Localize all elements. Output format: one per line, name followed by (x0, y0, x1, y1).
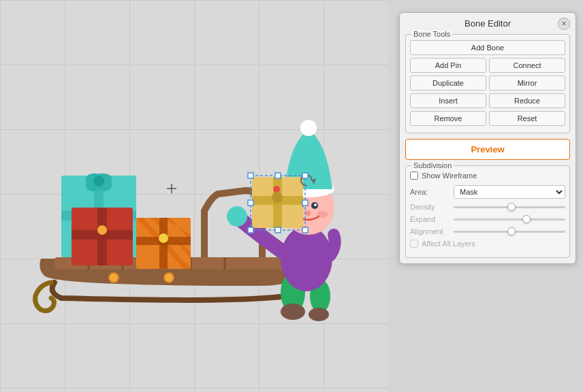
svg-point-22 (159, 233, 168, 243)
duplicate-button[interactable]: Duplicate (410, 76, 486, 91)
alignment-label: Alignment (410, 227, 451, 235)
svg-rect-46 (248, 173, 253, 178)
alignment-thumb[interactable] (507, 227, 516, 235)
area-control: Mask (454, 185, 565, 199)
svg-point-28 (281, 226, 332, 291)
alignment-row: Alignment (410, 227, 565, 235)
svg-rect-49 (248, 200, 253, 206)
area-label: Area: (410, 188, 451, 196)
affect-all-layers-label: Affect All Layers (422, 240, 475, 248)
expand-thumb[interactable] (522, 215, 531, 223)
density-thumb[interactable] (507, 203, 516, 211)
svg-point-29 (227, 206, 247, 227)
remove-reset-row: Remove Reset (410, 111, 565, 126)
alignment-slider-container (454, 231, 565, 233)
svg-point-27 (309, 308, 329, 321)
svg-point-23 (109, 273, 119, 282)
insert-reduce-row: Insert Reduce (410, 93, 565, 108)
bone-tools-label: Bone Tools (411, 30, 452, 38)
density-row: Density (410, 203, 565, 211)
add-bone-button[interactable]: Add Bone (410, 40, 565, 55)
svg-point-18 (97, 225, 107, 235)
subdivision-label: Subdivision (411, 161, 454, 169)
panel-title-bar: Bone Editor ✕ (405, 18, 570, 29)
canvas-area[interactable] (0, 0, 388, 392)
svg-point-43 (272, 192, 283, 203)
density-label: Density (410, 203, 451, 211)
close-icon: ✕ (561, 20, 567, 27)
reset-button[interactable]: Reset (489, 111, 565, 126)
show-wireframe-row: Show Wireframe (410, 172, 565, 180)
svg-point-36 (314, 203, 317, 206)
area-select[interactable]: Mask (454, 185, 565, 199)
density-track[interactable] (454, 206, 565, 208)
affect-all-layers-row: Affect All Layers (410, 240, 565, 248)
svg-point-26 (281, 304, 305, 320)
svg-rect-51 (248, 227, 253, 233)
show-wireframe-label: Show Wireframe (422, 172, 477, 180)
add-pin-connect-row: Add Pin Connect (410, 58, 565, 73)
add-bone-row: Add Bone (410, 40, 565, 55)
subdivision-section: Subdivision Show Wireframe Area: Mask De… (405, 165, 570, 258)
remove-button[interactable]: Remove (410, 111, 486, 126)
svg-rect-53 (302, 227, 308, 233)
svg-point-54 (273, 186, 280, 193)
mirror-button[interactable]: Mirror (489, 76, 565, 91)
scene-illustration (0, 0, 388, 392)
svg-rect-47 (275, 173, 281, 178)
density-slider-container (454, 206, 565, 208)
svg-rect-48 (302, 173, 308, 178)
insert-button[interactable]: Insert (410, 93, 486, 108)
reduce-button[interactable]: Reduce (489, 93, 565, 108)
panel-title: Bone Editor (464, 18, 511, 29)
svg-point-12 (93, 176, 104, 186)
show-wireframe-checkbox[interactable] (410, 172, 418, 180)
svg-rect-52 (275, 227, 281, 233)
add-pin-button[interactable]: Add Pin (410, 58, 486, 73)
close-button[interactable]: ✕ (558, 18, 570, 30)
area-row: Area: Mask (410, 185, 565, 199)
svg-point-32 (300, 120, 317, 136)
bone-tools-section: Bone Tools Add Bone Add Pin Connect Dupl… (405, 34, 570, 133)
expand-label: Expand (410, 215, 451, 223)
connect-button[interactable]: Connect (489, 58, 565, 73)
duplicate-mirror-row: Duplicate Mirror (410, 76, 565, 91)
alignment-track[interactable] (454, 231, 565, 233)
svg-point-57 (164, 273, 174, 282)
bone-editor-panel: Bone Editor ✕ Bone Tools Add Bone Add Pi… (399, 12, 576, 264)
affect-all-layers-checkbox[interactable] (410, 240, 418, 248)
expand-row: Expand (410, 215, 565, 223)
svg-rect-50 (302, 200, 308, 206)
preview-button[interactable]: Preview (405, 139, 570, 160)
expand-track[interactable] (454, 218, 565, 220)
expand-slider-container (454, 218, 565, 220)
svg-point-39 (305, 210, 311, 216)
